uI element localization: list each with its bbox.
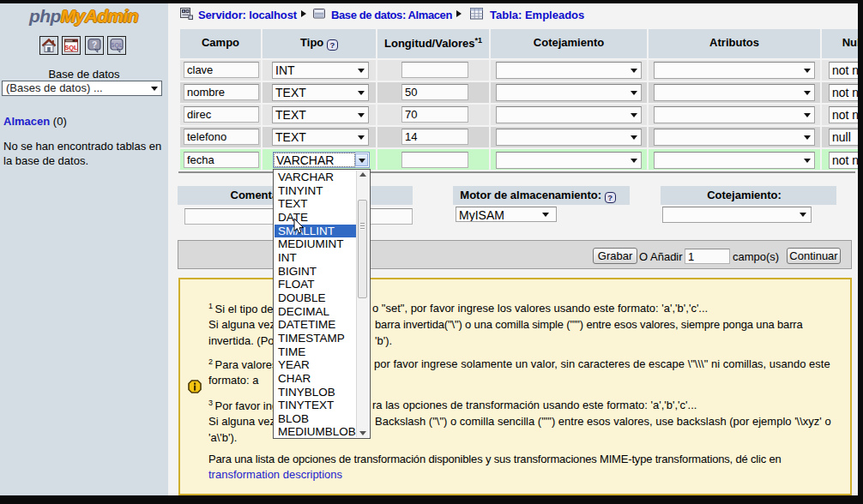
svg-text:SQL: SQL [111, 42, 124, 49]
svg-text:SQL: SQL [64, 44, 78, 51]
svg-text:?: ? [92, 40, 97, 50]
